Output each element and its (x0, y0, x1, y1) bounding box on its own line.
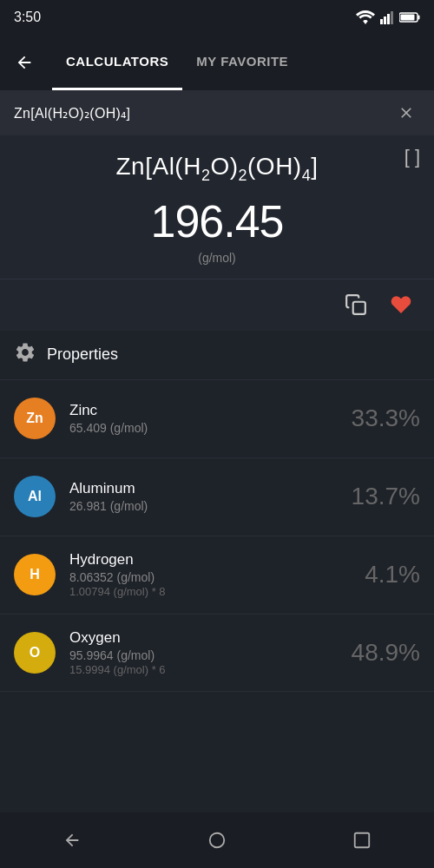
element-name: Zinc (69, 402, 328, 419)
element-badge: Al (14, 476, 56, 517)
element-percent: 4.1% (342, 561, 420, 589)
element-badge: Zn (14, 398, 56, 439)
element-row: ZnZinc65.409 (g/mol)33.3% (0, 379, 434, 457)
tab-calculators[interactable]: CALCULATORS (52, 35, 182, 90)
element-badge: O (14, 632, 56, 674)
element-calc: 1.00794 (g/mol) * 8 (69, 585, 328, 598)
properties-title: Properties (47, 345, 118, 364)
svg-rect-2 (387, 14, 390, 24)
element-mass: 65.409 (g/mol) (69, 421, 328, 435)
copy-button[interactable] (337, 286, 375, 324)
element-mass: 95.9964 (g/mol) (69, 648, 328, 662)
status-time: 3:50 (14, 10, 41, 25)
element-row: AlAluminum26.981 (g/mol)13.7% (0, 457, 434, 536)
action-buttons (0, 279, 434, 331)
signal-icon (380, 10, 394, 24)
element-info: Aluminum26.981 (g/mol) (69, 480, 328, 513)
element-badge: H (14, 554, 56, 595)
nav-back-button[interactable] (50, 819, 94, 862)
element-info: Zinc65.409 (g/mol) (69, 402, 328, 435)
element-mass: 26.981 (g/mol) (69, 499, 328, 513)
nav-bar (0, 812, 434, 868)
bracket-button[interactable]: [ ] (404, 146, 420, 168)
formula-display: Zn[Al(H2O)2(OH)4] (14, 153, 420, 185)
element-mass: 8.06352 (g/mol) (69, 570, 328, 584)
search-text: Zn[Al(H₂O)₂(OH)₄] (14, 105, 385, 122)
molar-mass: 196.45 (14, 195, 420, 247)
status-icons (356, 10, 420, 24)
back-button[interactable] (7, 45, 42, 80)
element-percent: 48.9% (342, 639, 420, 667)
nav-recents-button[interactable] (340, 819, 384, 862)
unit-label: (g/mol) (14, 251, 420, 265)
formula-area: [ ] Zn[Al(H2O)2(OH)4] 196.45 (g/mol) (0, 135, 434, 279)
status-bar: 3:50 (0, 0, 434, 35)
properties-icon (14, 341, 36, 369)
svg-rect-1 (384, 16, 386, 24)
element-name: Aluminum (69, 480, 328, 497)
battery-icon (399, 11, 420, 23)
element-row: OOxygen95.9964 (g/mol)15.9994 (g/mol) * … (0, 614, 434, 692)
svg-rect-3 (391, 11, 393, 24)
element-name: Oxygen (69, 629, 328, 647)
element-info: Hydrogen8.06352 (g/mol)1.00794 (g/mol) *… (69, 551, 328, 598)
element-row: HHydrogen8.06352 (g/mol)1.00794 (g/mol) … (0, 536, 434, 614)
svg-rect-0 (380, 19, 383, 24)
elements-list: ZnZinc65.409 (g/mol)33.3%AlAluminum26.98… (0, 379, 434, 692)
svg-rect-7 (353, 302, 365, 314)
svg-point-8 (210, 833, 225, 848)
top-nav: CALCULATORS MY FAVORITE (0, 35, 434, 90)
svg-rect-5 (418, 16, 420, 20)
element-info: Oxygen95.9964 (g/mol)15.9994 (g/mol) * 6 (69, 629, 328, 676)
wifi-icon (356, 10, 375, 24)
nav-tabs: CALCULATORS MY FAVORITE (52, 35, 427, 90)
nav-home-button[interactable] (195, 819, 239, 862)
element-name: Hydrogen (69, 551, 328, 569)
element-percent: 33.3% (342, 404, 420, 432)
element-calc: 15.9994 (g/mol) * 6 (69, 663, 328, 676)
favorite-button[interactable] (382, 286, 420, 324)
element-percent: 13.7% (342, 483, 420, 510)
svg-rect-6 (401, 15, 415, 21)
properties-header: Properties (0, 331, 434, 379)
svg-rect-9 (354, 833, 369, 848)
tab-my-favorite[interactable]: MY FAVORITE (182, 35, 302, 90)
search-clear-button[interactable] (392, 99, 420, 127)
search-bar: Zn[Al(H₂O)₂(OH)₄] (0, 90, 434, 135)
